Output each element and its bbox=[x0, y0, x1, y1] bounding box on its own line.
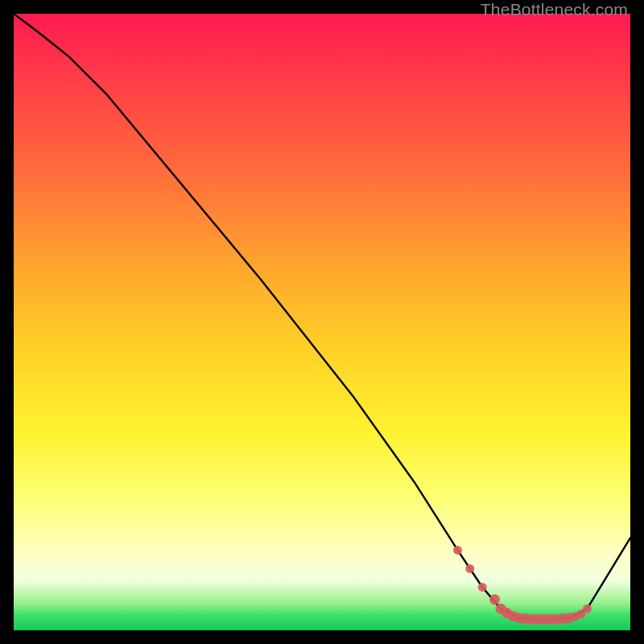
marker-group bbox=[453, 546, 592, 625]
marker-dot bbox=[453, 546, 462, 555]
marker-dot bbox=[478, 583, 487, 592]
curve-path bbox=[14, 14, 630, 619]
watermark-text: TheBottleneck.com bbox=[481, 0, 628, 19]
marker-dot bbox=[583, 605, 592, 613]
curve-path-group bbox=[14, 14, 630, 619]
bottleneck-curve-svg bbox=[14, 14, 630, 630]
plot-frame bbox=[14, 14, 630, 630]
marker-dot bbox=[465, 564, 474, 573]
marker-dot bbox=[489, 594, 500, 605]
